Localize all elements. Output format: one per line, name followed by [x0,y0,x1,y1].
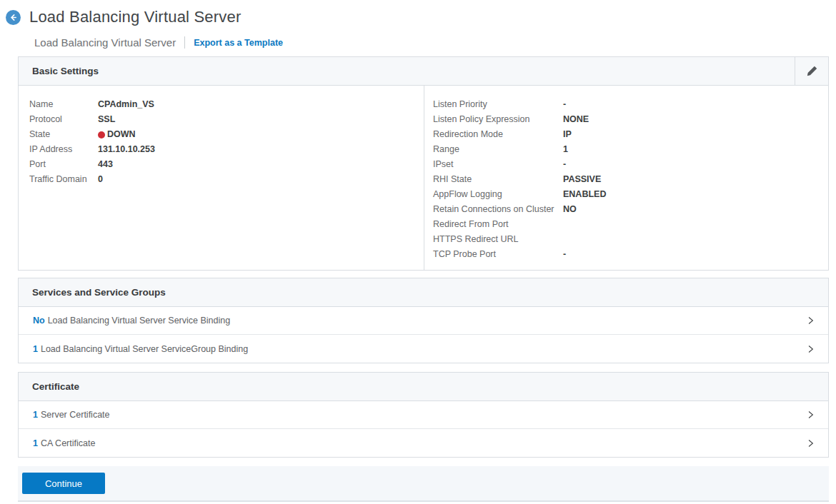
field-range: Range 1 [433,142,828,157]
field-retain-connections-on-cluster: Retain Connections on Cluster NO [433,202,828,217]
field-ip-address: IP Address 131.10.10.253 [29,142,424,157]
field-traffic-domain: Traffic Domain 0 [29,172,424,187]
ca-certificate-row[interactable]: 1 CA Certificate [19,429,828,457]
chevron-right-icon [806,316,815,326]
certificate-title: Certificate [32,381,79,392]
services-panel: Services and Service Groups No Load Bala… [18,278,829,363]
servicegroup-binding-row[interactable]: 1 Load Balancing Virtual Server ServiceG… [19,335,828,363]
chevron-right-icon [806,410,815,420]
basic-settings-panel: Basic Settings Name CPAdmin_VS Protocol … [18,56,829,271]
server-certificate-row[interactable]: 1 Server Certificate [19,401,828,429]
subheader: Load Balancing Virtual Server Export as … [34,36,836,49]
footer-strip: Continue [18,466,829,502]
pencil-icon [806,65,818,77]
service-binding-label: Load Balancing Virtual Server Service Bi… [48,316,230,326]
status-down-dot-icon [98,131,105,138]
certificate-panel: Certificate 1 Server Certificate 1 CA Ce… [18,372,829,458]
field-redirect-from-port: Redirect From Port [433,217,828,232]
field-listen-policy-expression: Listen Policy Expression NONE [433,112,828,127]
basic-settings-body: Name CPAdmin_VS Protocol SSL State DOWN … [19,86,828,270]
field-protocol: Protocol SSL [29,112,424,127]
arrow-left-icon [9,13,18,22]
service-binding-row[interactable]: No Load Balancing Virtual Server Service… [19,307,828,335]
ca-certificate-label: CA Certificate [41,438,95,448]
edit-basic-settings-button[interactable] [795,57,828,85]
services-header: Services and Service Groups [19,278,828,307]
field-ipset: IPset - [433,157,828,172]
field-redirection-mode: Redirection Mode IP [433,127,828,142]
basic-settings-right-column: Listen Priority - Listen Policy Expressi… [424,86,828,270]
basic-settings-left-column: Name CPAdmin_VS Protocol SSL State DOWN … [19,86,424,270]
field-tcp-probe-port: TCP Probe Port - [433,247,828,262]
vertical-divider [184,36,185,49]
server-certificate-label: Server Certificate [41,410,110,420]
subtab-label: Load Balancing Virtual Server [34,36,176,49]
chevron-right-icon [806,438,815,448]
continue-button[interactable]: Continue [22,473,105,494]
chevron-right-icon [806,344,815,354]
field-name: Name CPAdmin_VS [29,97,424,112]
server-certificate-count: 1 [33,410,38,420]
state-value: DOWN [107,127,136,142]
servicegroup-binding-count: 1 [33,344,38,354]
services-title: Services and Service Groups [32,287,166,298]
back-button[interactable] [6,10,21,25]
page-title: Load Balancing Virtual Server [29,8,241,26]
field-https-redirect-url: HTTPS Redirect URL [433,232,828,247]
field-port: Port 443 [29,157,424,172]
export-as-template-link[interactable]: Export as a Template [194,38,283,48]
field-listen-priority: Listen Priority - [433,97,828,112]
basic-settings-header: Basic Settings [19,57,828,86]
field-state: State DOWN [29,127,424,142]
certificate-header: Certificate [19,373,828,401]
ca-certificate-count: 1 [33,438,38,448]
page-header: Load Balancing Virtual Server [0,0,836,26]
service-binding-count: No [33,316,45,326]
field-appflow-logging: AppFlow Logging ENABLED [433,187,828,202]
field-rhi-state: RHI State PASSIVE [433,172,828,187]
servicegroup-binding-label: Load Balancing Virtual Server ServiceGro… [41,344,248,354]
basic-settings-title: Basic Settings [32,66,99,76]
